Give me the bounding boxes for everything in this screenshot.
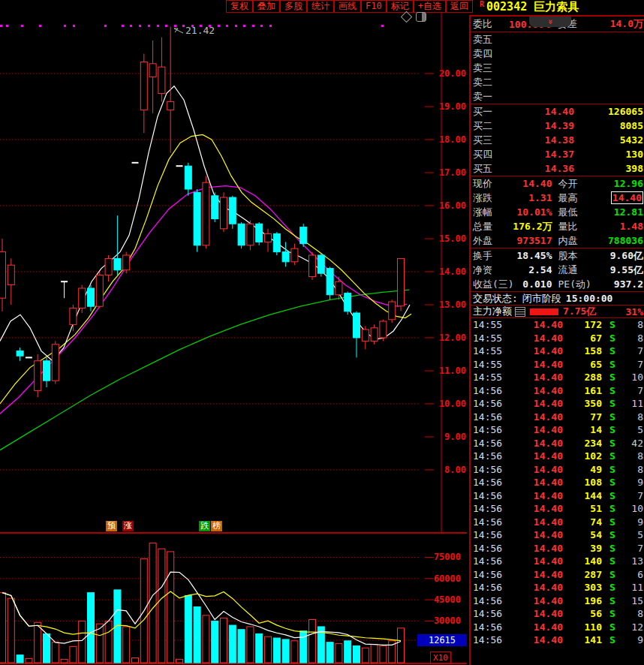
tick-row[interactable]: 14:5514.40 288S 10 [471,371,644,384]
tick-row[interactable]: 14:5614.40 102S 8 [471,450,644,463]
tick-row[interactable]: 14:5614.40 287S 6 [471,568,644,582]
quote-row: 外盘973517 内盘788036 [471,233,644,248]
tick-row[interactable]: 14:5614.40 303S 11 [471,581,644,594]
svg-text:8.00: 8.00 [444,465,466,475]
quote-row: 净资2.54 流通9.55亿 [471,263,644,277]
tick-row[interactable]: 14:5514.40 65S 7 [471,358,644,372]
quote-row: 涨跌1.31 最高14.40 [471,191,644,205]
bid-row[interactable]: 买四 14.37 130 [471,147,644,161]
quote-panel: 委比 100.00% 委差 14.0万 卖五 卖四 卖三 卖二 卖一 买一 14… [469,17,644,665]
svg-text:14.00: 14.00 [439,266,466,277]
trade-status-label: 交易状态: [473,292,518,305]
tick-list[interactable]: 14:5514.40 172S 814:5514.40 67S 814:5514… [471,318,644,647]
tick-row[interactable]: 14:5614.40 234S 42 [471,437,644,450]
tick-row[interactable]: 14:5614.40 140S 13 [471,555,644,568]
weicha-value: 14.0万 [610,17,643,31]
tick-row[interactable]: 14:5614.40 144S 7 [471,489,644,503]
ask-levels: 卖五 卖四 卖三 卖二 卖一 [471,32,644,104]
quote-row: 总量176.2万 量比1.48 [471,219,644,233]
collapse-tab[interactable]: » [529,17,571,27]
main-force-bar [530,308,558,315]
tick-row[interactable]: 14:5614.40 161S 7 [471,384,644,398]
svg-text:11.00: 11.00 [439,366,466,376]
svg-text:10.00: 10.00 [439,399,466,409]
quote-row: 收益(三)0.010 PE(动)937.2 [471,277,644,291]
svg-text:16.00: 16.00 [439,200,466,211]
ask-row[interactable]: 卖二 [471,75,644,89]
tick-row[interactable]: 14:5614.40 77S 8 [471,411,644,424]
trade-status-value: 闭市阶段 [522,292,561,305]
weibi-label: 委比 [473,17,492,31]
chart-button-预[interactable]: 预 [106,521,117,531]
tick-row[interactable]: 14:5614.40 51S 10 [471,502,644,516]
tick-row[interactable]: 14:5614.40 350S 11 [471,397,644,411]
quote-rows: 现价14.40 今开12.96涨跌1.31 最高14.40涨幅10.01% 最低… [471,176,644,248]
svg-text:13.00: 13.00 [439,299,466,310]
market-flag: R [480,0,484,8]
main-force-pct: 31% [626,306,643,317]
stock-name: 巨力索具 [534,0,579,14]
tick-row[interactable]: 14:5614.40 39S 7 [471,542,644,555]
toolbar-button-标记[interactable]: 标记 [387,0,414,12]
trade-status-row: 交易状态: 闭市阶段 15:00:00 [471,292,644,305]
chart-button-涨[interactable]: 涨 [122,521,134,531]
toolbar-button-+自选[interactable]: +自选 [414,0,446,12]
page-marker-icon[interactable] [416,12,426,22]
quote-row: 换手18.45% 股本9.60亿 [471,248,644,263]
svg-text:9.00: 9.00 [444,432,466,442]
tick-row[interactable]: 14:5614.40 54S 5 [471,528,644,542]
current-volume-marker: 12615 [417,634,467,646]
tick-row[interactable]: 14:5614.40 108S 9 [471,476,644,489]
toolbar-button-统计[interactable]: 统计 [307,0,334,12]
list-icon[interactable] [515,307,525,317]
trade-status-time: 15:00:00 [566,293,613,304]
volume-multiplier-label: X10 [430,651,451,664]
quote-row: 现价14.40 今开12.96 [471,176,644,191]
high-price-annotation: 21.42 [185,25,215,36]
svg-text:75000: 75000 [434,552,461,562]
tick-row[interactable]: 14:5514.40 67S 8 [471,332,644,345]
ask-row[interactable]: 卖三 [471,61,644,75]
bid-row[interactable]: 买一 14.40 126065 [471,104,644,119]
stock-header: R002342 巨力索具 [469,0,644,17]
tick-row[interactable]: 14:5514.40 158S 7 [471,345,644,358]
tick-row[interactable]: 14:5614.40 74S 9 [471,516,644,529]
tick-row[interactable]: 14:5614.40 196S 15 [471,594,644,608]
bid-row[interactable]: 买二 14.39 8085 [471,119,644,133]
stock-code: 002342 [486,0,527,14]
tick-row[interactable]: 14:5614.40 49S 8 [471,463,644,477]
svg-text:17.00: 17.00 [439,167,466,178]
tick-row[interactable]: 14:5514.40 172S 8 [471,318,644,332]
ask-row[interactable]: 卖四 [471,47,644,61]
toolbar-button-画线[interactable]: 画线 [334,0,361,12]
tick-row[interactable]: 14:5614.40 14S 5 [471,423,644,437]
svg-text:15.00: 15.00 [439,233,466,244]
quote-row: 涨幅10.01% 最低12.81 [471,205,644,219]
svg-text:18.00: 18.00 [439,134,466,145]
chevron-down-icon: » [546,20,554,25]
tick-row[interactable]: 14:5614.40 56S 8 [471,607,644,621]
main-force-row[interactable]: 主力净额 7.75亿 31% [471,305,644,317]
svg-text:60000: 60000 [434,573,461,584]
main-force-label: 主力净额 [473,305,512,318]
kline-chart[interactable]: 20.0019.0018.0017.0016.0015.0014.0013.00… [0,13,468,665]
fundamental-rows: 换手18.45% 股本9.60亿净资2.54 流通9.55亿收益(三)0.010… [471,248,644,291]
ask-row[interactable]: 卖一 [471,89,644,104]
ask-row[interactable]: 卖五 [471,32,644,47]
bid-row[interactable]: 买三 14.38 5432 [471,133,644,147]
toolbar-button-多股[interactable]: 多股 [280,0,307,12]
svg-text:45000: 45000 [434,594,461,605]
bid-row[interactable]: 买五 14.36 398 [471,161,644,176]
toolbar-button-叠加[interactable]: 叠加 [253,0,280,12]
svg-text:19.00: 19.00 [439,101,466,112]
tick-row[interactable]: 14:5614.40 141S 9 [471,633,644,647]
chart-button-跌[interactable]: 跌 [199,521,210,531]
toolbar-button-F10[interactable]: F10 [361,0,387,12]
tick-row[interactable]: 14:5614.40 110S 12 [471,621,644,634]
svg-text:30000: 30000 [434,615,461,626]
svg-text:20.00: 20.00 [439,68,466,79]
toolbar: 复权叠加多股统计画线F10标记+自选返回 [226,0,473,13]
toolbar-button-复权[interactable]: 复权 [226,0,253,12]
svg-text:12.00: 12.00 [439,332,466,343]
chart-button-榜[interactable]: 榜 [211,521,222,531]
